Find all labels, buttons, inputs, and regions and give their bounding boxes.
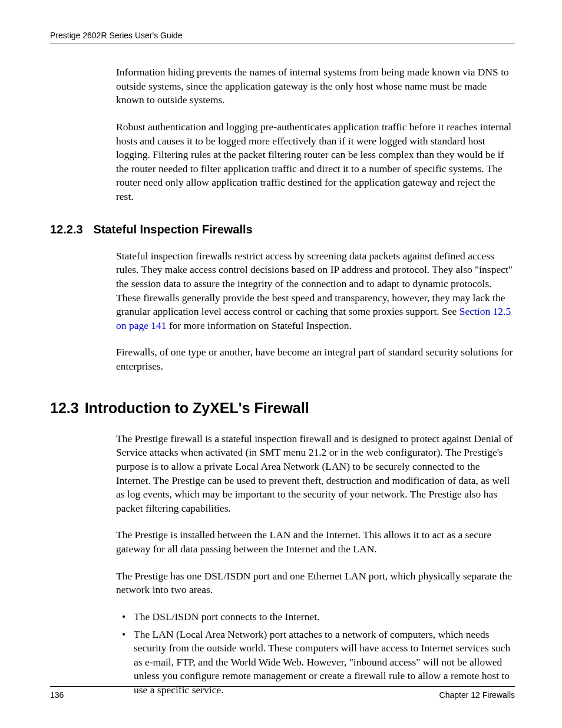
header-title: Prestige 2602R Series User's Guide <box>50 31 182 40</box>
paragraph-text-pre: Stateful inspection firewalls restrict a… <box>116 250 513 318</box>
heading-text: Stateful Inspection Firewalls <box>94 223 253 236</box>
section-heading-12-2-3: 12.2.3Stateful Inspection Firewalls <box>50 223 515 236</box>
list-item: The DSL/ISDN port connects to the Intern… <box>116 610 515 624</box>
section-heading-12-3: 12.3Introduction to ZyXEL's Firewall <box>50 400 515 417</box>
body-paragraph: Firewalls, of one type or another, have … <box>116 345 515 373</box>
heading-number: 12.2.3 <box>50 223 83 236</box>
page-header: Prestige 2602R Series User's Guide <box>50 31 515 44</box>
body-paragraph: The Prestige firewall is a stateful insp… <box>116 432 515 516</box>
body-paragraph: The Prestige is installed between the LA… <box>116 528 515 556</box>
paragraph-text-post: for more information on Stateful Inspect… <box>167 319 352 331</box>
body-paragraph: Information hiding prevents the names of… <box>116 65 515 107</box>
heading-text: Introduction to ZyXEL's Firewall <box>85 400 309 416</box>
body-paragraph: The Prestige has one DSL/ISDN port and o… <box>116 569 515 597</box>
body-paragraph: Stateful inspection firewalls restrict a… <box>116 249 515 333</box>
chapter-label: Chapter 12 Firewalls <box>439 690 515 700</box>
body-paragraph: Robust authentication and logging pre-au… <box>116 120 515 204</box>
page-footer: 136 Chapter 12 Firewalls <box>50 686 515 700</box>
bullet-list: The DSL/ISDN port connects to the Intern… <box>116 610 515 697</box>
heading-number: 12.3 <box>50 400 79 417</box>
page-number: 136 <box>50 690 64 700</box>
